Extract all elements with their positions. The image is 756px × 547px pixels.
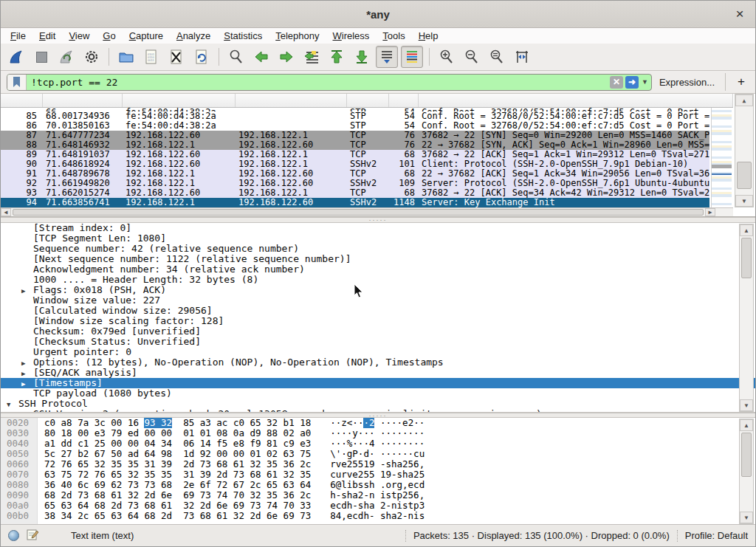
detail-row[interactable]: [TCP Segment Len: 1080] (1, 233, 755, 244)
scroll-down-icon[interactable]: ▼ (740, 399, 753, 411)
column-header[interactable] (236, 94, 347, 107)
zoom-in-icon[interactable] (436, 46, 458, 68)
hex-row[interactable]: 003080 18 00 e3 79 ed 00 00 01 01 08 0a … (1, 428, 755, 438)
packet-row[interactable]: 85 68.001734936 fe:54:00:d4:38:2a STP 54… (1, 111, 709, 121)
scroll-up-icon[interactable]: ▲ (740, 419, 753, 431)
hex-row[interactable]: 008036 40 6c 69 62 73 73 68 2e 6f 72 67 … (1, 480, 755, 490)
menu-item[interactable]: Statistics (217, 29, 269, 43)
expander-icon[interactable]: ▶ (21, 358, 33, 368)
detail-row[interactable]: ▶Options: (12 bytes), No-Operation (NOP)… (1, 357, 755, 368)
details-vscrollbar[interactable]: ▲ ▼ (739, 224, 754, 412)
colorize-icon[interactable] (401, 46, 423, 68)
scroll-left-icon[interactable]: ◀ (1, 208, 11, 216)
close-capture-icon[interactable] (165, 46, 188, 68)
profile-status[interactable]: Profile: Default (685, 530, 748, 541)
filter-apply-icon[interactable]: ➜ (625, 76, 639, 89)
column-header[interactable] (1, 94, 43, 107)
go-top-icon[interactable] (326, 46, 348, 68)
packet-row[interactable]: 87 71.647777234 192.168.122.60 192.168.1… (1, 131, 709, 140)
scroll-right-icon[interactable]: ▶ (705, 208, 715, 216)
detail-row[interactable]: Checksum: 0x79ed [unverified] (1, 326, 755, 337)
packet-row[interactable]: 94 71.663856741 192.168.122.1 192.168.12… (1, 198, 709, 207)
packet-row[interactable]: 88 71.648146932 192.168.122.1 192.168.12… (1, 140, 709, 150)
menu-item[interactable]: Wireless (326, 29, 377, 43)
menu-item[interactable]: Tools (376, 29, 411, 43)
scroll-down-icon[interactable]: ▼ (740, 512, 753, 523)
expander-icon[interactable]: ▶ (21, 286, 33, 296)
menu-item[interactable]: Edit (32, 29, 62, 43)
packet-list-hscrollbar[interactable]: ◀ ▶ (1, 207, 733, 216)
hex-row[interactable]: 007063 75 72 76 65 32 35 35 31 39 2d 73 … (1, 469, 755, 480)
packet-row[interactable]: 91 71.648789678 192.168.122.1 192.168.12… (1, 169, 709, 179)
detail-row[interactable]: Urgent pointer: 0 (1, 347, 755, 357)
menu-item[interactable]: File (4, 29, 32, 43)
hex-row[interactable]: 00505c 27 b2 67 50 ad 64 98 1d 92 00 00 … (1, 449, 755, 459)
column-header[interactable] (123, 94, 236, 107)
display-filter-input[interactable]: !tcp.port == 22 ✕ ➜ ▼ (7, 74, 652, 91)
detail-row[interactable]: ▶[Timestamps] (1, 378, 755, 388)
pane-splitter[interactable]: ····· (1, 217, 755, 223)
hex-row[interactable]: 00b038 34 2c 65 63 64 68 2d 73 68 61 32 … (1, 511, 755, 521)
menu-item[interactable]: Capture (123, 29, 170, 43)
expression-button[interactable]: Expression... (656, 77, 718, 88)
zoom-reset-icon[interactable] (486, 46, 508, 68)
intelligent-scrollbar-minimap[interactable] (711, 108, 732, 207)
detail-row[interactable]: [Next sequence number: 1122 (relative se… (1, 254, 755, 264)
reload-capture-icon[interactable] (190, 46, 213, 68)
filter-bookmark-icon[interactable] (7, 75, 27, 90)
detail-row[interactable]: ▶[SEQ/ACK analysis] (1, 368, 755, 378)
close-icon[interactable]: × (730, 4, 749, 24)
detail-row[interactable]: [Window size scaling factor: 128] (1, 316, 755, 326)
column-header[interactable] (43, 94, 123, 107)
auto-scroll-icon[interactable] (376, 46, 398, 68)
save-capture-icon[interactable]: 010101100011 (140, 46, 162, 68)
expander-icon[interactable]: ▶ (21, 368, 33, 379)
go-back-icon[interactable] (250, 46, 272, 68)
menu-item[interactable]: Analyze (170, 29, 217, 43)
detail-row[interactable]: [Checksum Status: Unverified] (1, 337, 755, 347)
scroll-up-icon[interactable]: ▲ (735, 94, 753, 106)
hex-row[interactable]: 0020c0 a8 7a 3c 00 16 93 32 85 a3 ac c0 … (1, 418, 755, 428)
column-header[interactable] (347, 94, 389, 107)
hex-row[interactable]: 0040a1 dd c1 25 00 00 04 34 06 14 f5 e8 … (1, 438, 755, 449)
filter-clear-icon[interactable]: ✕ (610, 76, 623, 89)
go-forward-icon[interactable] (275, 46, 298, 68)
detail-row[interactable]: Sequence number: 42 (relative sequence n… (1, 244, 755, 254)
start-capture-icon[interactable] (5, 46, 27, 68)
go-bottom-icon[interactable] (351, 46, 373, 68)
detail-row[interactable]: Acknowledgment number: 34 (relative ack … (1, 264, 755, 275)
menu-item[interactable]: Help (412, 29, 445, 43)
menu-item[interactable]: Telephony (269, 29, 326, 43)
detail-row[interactable]: [Stream index: 0] (1, 223, 755, 233)
add-filter-button[interactable]: + (733, 75, 749, 89)
bytes-vscrollbar[interactable]: ▲ ▼ (739, 419, 754, 524)
filter-history-caret-icon[interactable]: ▼ (642, 78, 648, 86)
expert-info-icon[interactable] (8, 530, 19, 541)
packet-row[interactable]: 89 71.648191037 192.168.122.60 192.168.1… (1, 150, 709, 159)
hex-row[interactable]: 00a065 63 64 68 2d 73 68 61 32 2d 6e 69 … (1, 500, 755, 511)
resize-columns-icon[interactable] (511, 46, 533, 68)
stop-capture-icon[interactable] (30, 46, 52, 68)
hex-row[interactable]: 009068 2d 73 68 61 32 2d 6e 69 73 74 70 … (1, 490, 755, 500)
packet-row[interactable]: 90 71.648618924 192.168.122.60 192.168.1… (1, 159, 709, 169)
capture-comment-icon[interactable] (27, 529, 38, 543)
detail-row[interactable]: Window size value: 227 (1, 295, 755, 306)
zoom-out-icon[interactable] (461, 46, 483, 68)
hex-row[interactable]: 006072 76 65 32 35 35 31 39 2d 73 68 61 … (1, 459, 755, 469)
detail-row[interactable]: [Calculated window size: 29056] (1, 306, 755, 316)
restart-capture-icon[interactable] (55, 46, 78, 68)
find-packet-icon[interactable] (225, 46, 247, 68)
pane-splitter[interactable]: ····· (1, 413, 755, 418)
menu-item[interactable]: Go (96, 29, 122, 43)
packet-row[interactable]: 86 70.013850163 fe:54:00:d4:38:2a STP 54… (1, 121, 709, 131)
detail-row[interactable]: ▼SSH Protocol (1, 399, 755, 409)
column-header[interactable] (419, 94, 733, 107)
detail-row[interactable]: 1000 .... = Header Length: 32 bytes (8) (1, 275, 755, 285)
scroll-down-icon[interactable]: ▼ (735, 195, 753, 207)
open-capture-icon[interactable] (115, 46, 137, 68)
packet-row[interactable]: 93 71.662015274 192.168.122.60 192.168.1… (1, 188, 709, 198)
packet-row[interactable]: 92 71.661949820 192.168.122.1 192.168.12… (1, 179, 709, 188)
column-header[interactable] (389, 94, 419, 107)
go-to-packet-icon[interactable] (300, 46, 323, 68)
expander-icon[interactable]: ▼ (7, 399, 18, 410)
